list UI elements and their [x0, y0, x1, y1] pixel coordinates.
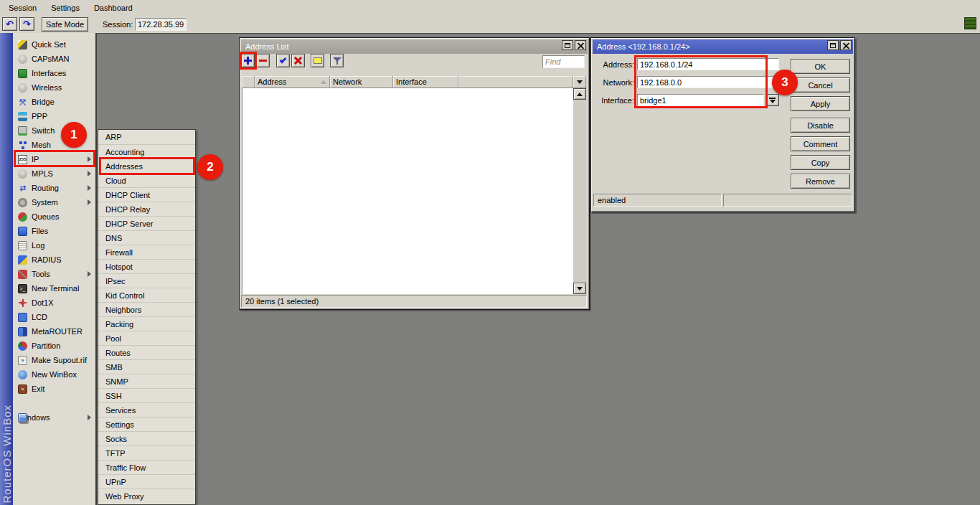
submenu-item-routes[interactable]: Routes: [98, 345, 195, 359]
submenu-item-pool[interactable]: Pool: [98, 331, 195, 345]
submenu-item-kid-control[interactable]: Kid Control: [98, 288, 195, 302]
scroll-down-button[interactable]: [573, 283, 586, 294]
disable-button[interactable]: [291, 54, 305, 67]
network-field[interactable]: [637, 76, 779, 88]
column-header-interface[interactable]: Interface: [393, 76, 458, 88]
submenu-item-smb[interactable]: SMB: [98, 359, 195, 374]
sidebar-item-queues[interactable]: Queues: [13, 209, 95, 224]
submenu-item-tftp[interactable]: TFTP: [98, 445, 195, 460]
find-input[interactable]: [542, 55, 585, 68]
comment-tool-button[interactable]: [311, 54, 324, 67]
interface-field-label: Interface:: [591, 96, 634, 105]
submenu-item-cloud[interactable]: Cloud: [98, 173, 195, 187]
sidebar-item-ip[interactable]: 255IP: [13, 152, 95, 166]
submenu-item-neighbors[interactable]: Neighbors: [98, 302, 195, 316]
sidebar-item-partition[interactable]: Partition: [13, 339, 95, 353]
sidebar-item-capsman[interactable]: CAPsMAN: [13, 52, 95, 66]
sidebar-item-metarouter[interactable]: MetaROUTER: [13, 324, 95, 339]
safe-mode-button[interactable]: Safe Mode: [42, 17, 88, 32]
sidebar-item-new-winbox[interactable]: New WinBox: [13, 367, 95, 382]
sidebar-item-dot1x[interactable]: Dot1X: [13, 296, 95, 310]
sidebar-item-log[interactable]: Log: [13, 238, 95, 252]
sidebar-item-system[interactable]: System: [13, 195, 95, 209]
sidebar-item-tools[interactable]: Tools: [13, 267, 95, 281]
submenu-item-snmp[interactable]: SNMP: [98, 374, 195, 388]
redo-button[interactable]: ↷: [19, 17, 34, 31]
submenu-item-dhcp-server[interactable]: DHCP Server: [98, 216, 195, 230]
interface-dropdown-button[interactable]: [765, 94, 779, 106]
sidebar-item-lcd[interactable]: LCD: [13, 310, 95, 324]
sidebar-item-ppp[interactable]: PPP: [13, 109, 95, 123]
submenu-item-settings[interactable]: Settings: [98, 417, 195, 431]
new-terminal-icon: >_: [18, 284, 27, 293]
sidebar-item-wireless[interactable]: Wireless: [13, 80, 95, 95]
sidebar-item-files[interactable]: Files: [13, 224, 95, 238]
close-button[interactable]: [840, 40, 852, 50]
submenu-item-services[interactable]: Services: [98, 402, 195, 417]
column-header-network[interactable]: Network: [330, 76, 393, 88]
sidebar-item-windows[interactable]: Windows: [13, 410, 95, 425]
interfaces-icon: [18, 69, 27, 78]
address-list-titlebar[interactable]: Address List: [241, 39, 588, 54]
disable-button[interactable]: Disable: [791, 118, 850, 133]
submenu-item-ssh[interactable]: SSH: [98, 388, 195, 402]
column-header-spacer: [458, 76, 573, 88]
sidebar-item-interfaces[interactable]: Interfaces: [13, 66, 95, 80]
interface-field[interactable]: [637, 94, 764, 106]
remove-button[interactable]: Remove: [791, 174, 850, 189]
address-field[interactable]: [637, 58, 779, 70]
comment-icon: [314, 57, 322, 64]
undo-button[interactable]: ↶: [2, 17, 17, 31]
column-header-blank[interactable]: [242, 76, 255, 88]
submenu-item-arp[interactable]: ARP: [98, 130, 195, 144]
submenu-item-web-proxy[interactable]: Web Proxy: [98, 489, 195, 503]
sidebar-item-quick-set[interactable]: Quick Set: [13, 37, 95, 52]
menu-dashboard[interactable]: Dashboard: [88, 1, 138, 14]
enable-button[interactable]: [276, 54, 290, 67]
vertical-scrollbar[interactable]: [573, 88, 586, 294]
submenu-item-dns[interactable]: DNS: [98, 230, 195, 245]
copy-button[interactable]: Copy: [791, 155, 850, 170]
submenu-item-accounting[interactable]: Accounting: [98, 144, 195, 159]
remove-address-button[interactable]: [256, 54, 270, 67]
sidebar-item-radius[interactable]: RADIUS: [13, 252, 95, 267]
lcd-icon: [18, 313, 27, 322]
close-button[interactable]: [575, 40, 586, 50]
sidebar-item-new-terminal[interactable]: >_New Terminal: [13, 281, 95, 296]
address-list-table[interactable]: [242, 88, 573, 294]
scroll-up-button[interactable]: [573, 88, 586, 100]
sidebar-item-make-supout[interactable]: »Make Supout.rif: [13, 353, 95, 367]
minus-icon: [259, 60, 267, 62]
submenu-item-dhcp-client[interactable]: DHCP Client: [98, 187, 195, 202]
sidebar-item-routing[interactable]: ⇄Routing: [13, 181, 95, 195]
submenu-item-dhcp-relay[interactable]: DHCP Relay: [98, 202, 195, 216]
menu-settings[interactable]: Settings: [45, 1, 85, 14]
maximize-button[interactable]: [562, 40, 573, 50]
submenu-item-upnp[interactable]: UPnP: [98, 474, 195, 489]
session-address-field[interactable]: [135, 18, 187, 31]
column-header-address[interactable]: Address: [255, 76, 330, 88]
menu-session[interactable]: Session: [3, 1, 42, 14]
submenu-item-socks[interactable]: Socks: [98, 431, 195, 445]
cancel-button[interactable]: Cancel: [791, 77, 850, 93]
address-dialog-titlebar[interactable]: Address <192.168.0.1/24>: [593, 39, 853, 54]
sidebar-item-mpls[interactable]: MPLS: [13, 166, 95, 181]
exit-icon: ×: [18, 384, 27, 394]
ok-button[interactable]: OK: [791, 59, 850, 74]
filter-button[interactable]: [330, 54, 344, 67]
maximize-button[interactable]: [827, 40, 839, 50]
column-select-button[interactable]: [573, 76, 586, 88]
submenu-item-traffic-flow[interactable]: Traffic Flow: [98, 460, 195, 474]
dropdown-history-icon: [769, 98, 776, 103]
submenu-item-addresses[interactable]: Addresses: [98, 159, 195, 173]
apply-button[interactable]: Apply: [791, 96, 850, 111]
sidebar-item-exit[interactable]: ×Exit: [13, 382, 95, 396]
comment-button[interactable]: Comment: [791, 136, 850, 151]
traffic-indicator-icon: [964, 17, 976, 29]
sidebar-item-bridge[interactable]: ⤧Bridge: [13, 95, 95, 109]
submenu-item-ipsec[interactable]: IPsec: [98, 273, 195, 288]
submenu-item-firewall[interactable]: Firewall: [98, 245, 195, 259]
submenu-item-hotspot[interactable]: Hotspot: [98, 259, 195, 273]
add-address-button[interactable]: [241, 54, 255, 67]
submenu-item-packing[interactable]: Packing: [98, 316, 195, 331]
